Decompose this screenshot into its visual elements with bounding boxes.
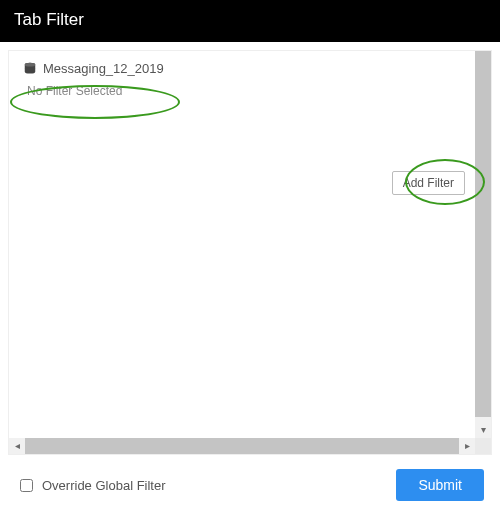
- filter-scroll-area: Messaging_12_2019 No Filter Selected Add…: [8, 50, 492, 455]
- scroll-left-icon[interactable]: ◂: [9, 438, 25, 454]
- horizontal-scrollbar-thumb[interactable]: [25, 438, 459, 454]
- dialog-titlebar: Tab Filter: [0, 0, 500, 42]
- no-filter-message: No Filter Selected: [19, 80, 465, 98]
- dialog-body: Messaging_12_2019 No Filter Selected Add…: [0, 42, 500, 517]
- tab-filter-dialog: Tab Filter Messaging_12_2019 No Filter S…: [0, 0, 500, 517]
- vertical-scrollbar-track[interactable]: ▾: [475, 51, 491, 438]
- scroll-right-icon[interactable]: ▸: [459, 438, 475, 454]
- svg-point-1: [25, 62, 36, 66]
- override-global-filter-label: Override Global Filter: [42, 478, 166, 493]
- add-filter-button[interactable]: Add Filter: [392, 171, 465, 195]
- database-icon: [23, 62, 37, 76]
- scrollbar-corner: [475, 438, 491, 454]
- dialog-footer: Override Global Filter Submit: [0, 455, 500, 517]
- datasource-name: Messaging_12_2019: [43, 61, 164, 76]
- datasource-label: Messaging_12_2019: [19, 55, 465, 80]
- submit-button[interactable]: Submit: [396, 469, 484, 501]
- override-global-filter-row[interactable]: Override Global Filter: [16, 476, 166, 495]
- scroll-down-icon[interactable]: ▾: [475, 422, 491, 438]
- dialog-title: Tab Filter: [14, 10, 84, 29]
- override-global-filter-checkbox[interactable]: [20, 479, 33, 492]
- vertical-scrollbar-thumb[interactable]: [475, 51, 491, 417]
- horizontal-scrollbar-track[interactable]: ◂ ▸: [9, 438, 475, 454]
- filter-content: Messaging_12_2019 No Filter Selected: [9, 51, 475, 438]
